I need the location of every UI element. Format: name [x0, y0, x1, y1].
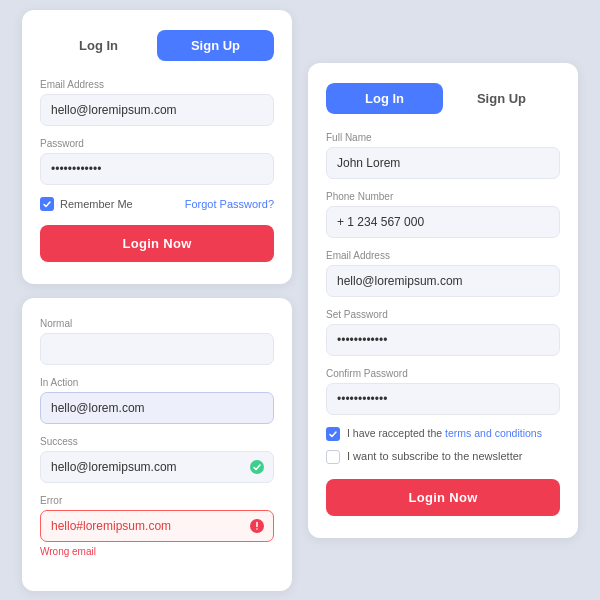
right-column: Log In Sign Up Full Name Phone Number Em…: [308, 63, 578, 538]
success-group: Success: [40, 436, 274, 483]
svg-point-2: [256, 528, 258, 530]
password-group: Password: [40, 138, 274, 185]
phone-input[interactable]: [326, 206, 560, 238]
fullname-input[interactable]: [326, 147, 560, 179]
in-action-group: In Action: [40, 377, 274, 424]
terms-row: I have raccepted the terms and condition…: [326, 427, 560, 441]
error-group: Error Wrong email: [40, 495, 274, 557]
tab-signup-right[interactable]: Sign Up: [443, 83, 560, 114]
svg-point-0: [250, 460, 264, 474]
fullname-label: Full Name: [326, 132, 560, 143]
normal-input[interactable]: [40, 333, 274, 365]
in-action-label: In Action: [40, 377, 274, 388]
login-button-left[interactable]: Login Now: [40, 225, 274, 262]
terms-link[interactable]: terms and conditions: [445, 427, 542, 439]
forgot-password-link[interactable]: Forgot Password?: [185, 198, 274, 210]
password-label: Password: [40, 138, 274, 149]
success-wrapper: [40, 451, 274, 483]
phone-label: Phone Number: [326, 191, 560, 202]
error-label: Error: [40, 495, 274, 506]
newsletter-checkbox[interactable]: [326, 450, 340, 464]
phone-group: Phone Number: [326, 191, 560, 238]
error-icon: [249, 518, 265, 534]
newsletter-label: I want to subscribe to the newsletter: [347, 450, 522, 462]
error-wrapper: [40, 510, 274, 542]
error-message: Wrong email: [40, 546, 274, 557]
remember-checkbox[interactable]: [40, 197, 54, 211]
setpass-group: Set Password: [326, 309, 560, 356]
tab-login-right[interactable]: Log In: [326, 83, 443, 114]
tab-login-left[interactable]: Log In: [40, 30, 157, 61]
email-group: Email Address: [40, 79, 274, 126]
confirmpass-label: Confirm Password: [326, 368, 560, 379]
newsletter-row: I want to subscribe to the newsletter: [326, 450, 560, 464]
email-group-right: Email Address: [326, 250, 560, 297]
success-label: Success: [40, 436, 274, 447]
setpass-label: Set Password: [326, 309, 560, 320]
success-icon: [249, 459, 265, 475]
confirmpass-input[interactable]: [326, 383, 560, 415]
error-input[interactable]: [40, 510, 274, 542]
normal-group: Normal: [40, 318, 274, 365]
input-states-card: Normal In Action Success Error: [22, 298, 292, 591]
terms-text: I have raccepted the terms and condition…: [347, 427, 542, 439]
confirmpass-group: Confirm Password: [326, 368, 560, 415]
password-input[interactable]: [40, 153, 274, 185]
login-card: Log In Sign Up Email Address Password Re…: [22, 10, 292, 284]
email-label: Email Address: [40, 79, 274, 90]
tab-strip-left: Log In Sign Up: [40, 30, 274, 61]
in-action-input[interactable]: [40, 392, 274, 424]
setpass-input[interactable]: [326, 324, 560, 356]
fullname-group: Full Name: [326, 132, 560, 179]
left-column: Log In Sign Up Email Address Password Re…: [22, 10, 292, 591]
remember-row: Remember Me Forgot Password?: [40, 197, 274, 211]
signup-card: Log In Sign Up Full Name Phone Number Em…: [308, 63, 578, 538]
email-input[interactable]: [40, 94, 274, 126]
terms-checkbox[interactable]: [326, 427, 340, 441]
tab-signup-left[interactable]: Sign Up: [157, 30, 274, 61]
remember-label: Remember Me: [60, 198, 133, 210]
email-input-right[interactable]: [326, 265, 560, 297]
email-label-right: Email Address: [326, 250, 560, 261]
tab-strip-right: Log In Sign Up: [326, 83, 560, 114]
success-input[interactable]: [40, 451, 274, 483]
normal-label: Normal: [40, 318, 274, 329]
remember-left: Remember Me: [40, 197, 133, 211]
login-button-right[interactable]: Login Now: [326, 479, 560, 516]
